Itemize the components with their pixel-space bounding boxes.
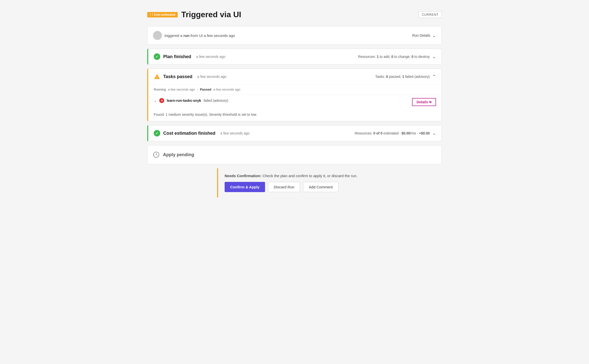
cost-chevron-down-icon[interactable]: ⌄ [432, 130, 436, 136]
cost-estimation-right: Resources: 0 of 0 estimated · $0.00/mo ·… [355, 130, 436, 136]
apply-pending-title: Apply pending [163, 152, 194, 157]
trigger-text: triggered a run from UI a few seconds ag… [164, 33, 235, 38]
run-details-label: Run Details [412, 33, 430, 37]
tasks-summary-text: Tasks: 0 passed, 1 failed (advisory) [375, 75, 430, 79]
discard-run-button[interactable]: Discard Run [268, 182, 300, 192]
task-status-text: failed (advisory) [204, 99, 228, 103]
task-row-left: ⌄ learn-run-tasks-snyk failed (advisory) [154, 98, 228, 103]
triggered-left: triggered a run from UI a few seconds ag… [153, 31, 235, 40]
details-button[interactable]: Details ⧉ [412, 98, 436, 106]
apply-pending-card: Apply pending [147, 145, 442, 164]
add-comment-button[interactable]: Add Comment [303, 182, 338, 192]
plan-resources-text: Resources: 1 to add, 0 to change, 0 to d… [358, 55, 430, 59]
plan-finished-time: a few seconds ago [196, 55, 225, 59]
confirm-apply-button[interactable]: Confirm & Apply [225, 182, 265, 192]
tasks-header: ! Tasks passed a few seconds ago Tasks: … [148, 69, 442, 84]
current-badge: CURRENT [419, 11, 442, 18]
cost-estimated-badge: ! ! Cost estimated [147, 12, 178, 17]
avatar [153, 31, 162, 40]
timeline-passed-label: Passed [200, 88, 211, 91]
plan-finished-header: Plan finished a few seconds ago Resource… [148, 49, 442, 64]
tasks-title: Tasks passed [163, 74, 192, 79]
plan-finished-right: Resources: 1 to add, 0 to change, 0 to d… [358, 54, 436, 59]
tasks-advisory-text: (advisory) [415, 75, 430, 79]
task-detail-content: Found: 1 medium severity issue(s). Sever… [154, 113, 257, 117]
run-details-button[interactable]: Run Details ⌄ [412, 33, 436, 38]
cost-estimation-card: Cost estimation finished a few seconds a… [147, 125, 442, 141]
plan-change-count: 0 [391, 55, 393, 59]
triggered-card: triggered a run from UI a few seconds ag… [147, 26, 442, 45]
timeline-bar: Running a few seconds ago › Passed a few… [148, 85, 442, 94]
task-chevron-icon[interactable]: ⌄ [154, 99, 157, 103]
plan-add-count: 1 [377, 55, 379, 59]
cost-resources-of: 0 of 0 [373, 131, 383, 135]
external-link-icon: ⧉ [429, 100, 432, 104]
header-left: ! ! Cost estimated Triggered via UI [147, 10, 241, 19]
confirm-description: Check the plan and confirm to apply it, … [263, 174, 357, 178]
cost-green-check-icon [154, 130, 160, 136]
badge-text: ! Cost estimated [152, 13, 175, 16]
page-header: ! ! Cost estimated Triggered via UI CURR… [147, 10, 442, 19]
svg-text:!: ! [156, 76, 157, 79]
plan-finished-card: Plan finished a few seconds ago Resource… [147, 49, 442, 65]
green-check-icon [154, 53, 160, 60]
timeline-running-time: a few seconds ago [168, 88, 195, 91]
cost-delta: +$0.00 [419, 131, 430, 135]
page-container: ! ! Cost estimated Triggered via UI CURR… [132, 0, 457, 208]
tasks-failed-count: 1 [402, 75, 404, 79]
cost-resources-text: Resources: 0 of 0 estimated · $0.00/mo ·… [355, 131, 430, 135]
plan-finished-left: Plan finished a few seconds ago [154, 53, 225, 60]
cost-mo: $0.00 [402, 131, 410, 135]
exclamation-icon: ! [150, 13, 151, 16]
timeline-passed-time: a few seconds ago [213, 88, 240, 91]
timeline-running-label: Running [154, 88, 166, 91]
cost-estimation-header: Cost estimation finished a few seconds a… [148, 125, 442, 141]
cost-estimation-time: a few seconds ago [220, 131, 250, 135]
warning-icon: ! [154, 73, 160, 80]
timeline-arrow-icon: › [197, 88, 198, 91]
task-name: learn-run-tasks-snyk [167, 99, 201, 103]
confirm-label: Needs Confirmation: [225, 174, 262, 178]
page-title: Triggered via UI [181, 10, 241, 19]
tasks-header-right: Tasks: 0 passed, 1 failed (advisory) ⌃ [375, 74, 436, 79]
confirm-actions: Confirm & Apply Discard Run Add Comment [225, 182, 435, 192]
task-detail-text: Found: 1 medium severity issue(s). Sever… [148, 110, 442, 121]
confirm-text: Needs Confirmation: Check the plan and c… [225, 174, 435, 178]
tasks-card: ! Tasks passed a few seconds ago Tasks: … [147, 69, 442, 121]
plan-finished-title: Plan finished [163, 54, 191, 59]
details-label: Details [417, 100, 428, 104]
tasks-time: a few seconds ago [197, 75, 227, 79]
tasks-body: Running a few seconds ago › Passed a few… [148, 84, 442, 121]
cost-estimation-title: Cost estimation finished [163, 131, 215, 136]
plan-chevron-down-icon[interactable]: ⌄ [432, 54, 436, 59]
tasks-passed-count: 0 [386, 75, 388, 79]
tasks-header-left: ! Tasks passed a few seconds ago [154, 73, 227, 80]
confirm-box: Needs Confirmation: Check the plan and c… [217, 168, 442, 198]
clock-icon [153, 151, 159, 158]
task-row: ⌄ learn-run-tasks-snyk failed (advisory)… [148, 94, 442, 110]
chevron-down-icon: ⌄ [432, 33, 436, 38]
tasks-chevron-up-icon[interactable]: ⌃ [432, 74, 436, 79]
red-x-icon [159, 98, 164, 103]
plan-destroy-count: 0 [412, 55, 414, 59]
cost-estimation-left: Cost estimation finished a few seconds a… [154, 130, 250, 136]
